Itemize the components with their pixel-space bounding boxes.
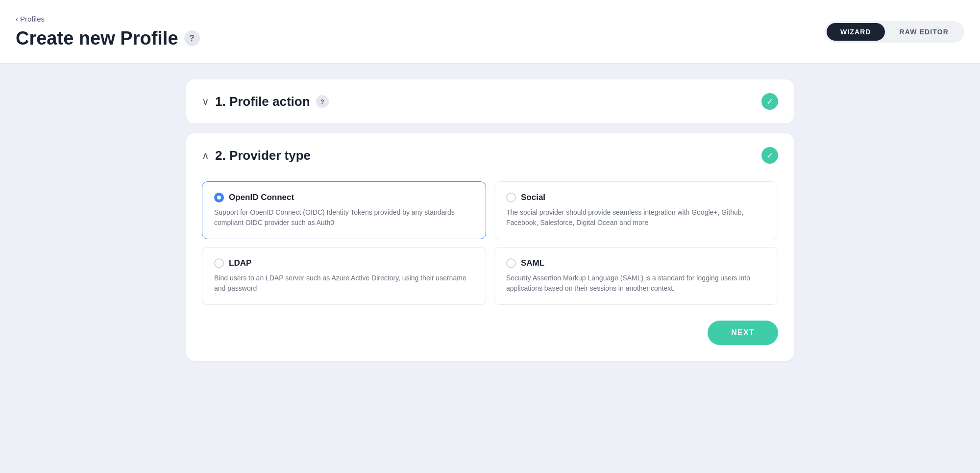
profile-action-chevron: ∨ (202, 96, 209, 107)
provider-social-radio[interactable] (506, 193, 516, 202)
provider-grid: OpenID Connect Support for OpenID Connec… (186, 177, 794, 321)
provider-ldap-card[interactable]: LDAP Bind users to an LDAP server such a… (202, 247, 486, 305)
provider-ldap-name: LDAP (229, 258, 251, 268)
profile-action-header[interactable]: ∨ 1. Profile action ? ✓ (186, 79, 794, 124)
provider-saml-header: SAML (506, 258, 766, 268)
provider-openid-desc: Support for OpenID Connect (OIDC) Identi… (214, 207, 474, 228)
provider-saml-radio[interactable] (506, 258, 516, 268)
provider-saml-name: SAML (521, 258, 544, 268)
provider-ldap-desc: Bind users to an LDAP server such as Azu… (214, 273, 474, 294)
provider-type-section: ∧ 2. Provider type ✓ OpenID Connect Supp… (186, 133, 794, 361)
provider-social-header: Social (506, 193, 766, 202)
back-chevron: ‹ (16, 15, 18, 23)
header-left: ‹ Profiles Create new Profile ? (16, 15, 200, 49)
view-toggle: WIZARD RAW EDITOR (825, 21, 964, 43)
profile-action-help-icon[interactable]: ? (316, 95, 329, 108)
provider-saml-desc: Security Assertion Markup Language (SAML… (506, 273, 766, 294)
provider-type-header[interactable]: ∧ 2. Provider type ✓ (186, 133, 794, 177)
provider-type-title-row: ∧ 2. Provider type (202, 148, 311, 163)
wizard-button[interactable]: WIZARD (827, 23, 885, 41)
back-label: Profiles (20, 15, 45, 23)
page-header: ‹ Profiles Create new Profile ? WIZARD R… (0, 0, 980, 64)
profile-action-check: ✓ (761, 93, 778, 110)
provider-social-desc: The social provider should provide seaml… (506, 207, 766, 228)
profile-action-section: ∨ 1. Profile action ? ✓ (186, 79, 794, 124)
provider-type-check: ✓ (761, 147, 778, 164)
main-content: ∨ 1. Profile action ? ✓ ∧ 2. Provider ty… (147, 64, 833, 386)
provider-ldap-radio[interactable] (214, 258, 224, 268)
page-title-container: Create new Profile ? (16, 28, 200, 49)
provider-saml-card[interactable]: SAML Security Assertion Markup Language … (494, 247, 778, 305)
provider-openid-name: OpenID Connect (229, 193, 294, 202)
page-title: Create new Profile (16, 28, 178, 49)
page-help-icon[interactable]: ? (184, 30, 200, 46)
bottom-row: NEXT (186, 321, 794, 361)
raw-editor-button[interactable]: RAW EDITOR (886, 23, 962, 41)
provider-openid-card[interactable]: OpenID Connect Support for OpenID Connec… (202, 181, 486, 239)
provider-openid-radio[interactable] (214, 193, 224, 202)
back-link[interactable]: ‹ Profiles (16, 15, 45, 23)
profile-action-title-row: ∨ 1. Profile action ? (202, 94, 329, 109)
provider-social-name: Social (521, 193, 545, 202)
provider-type-chevron: ∧ (202, 149, 209, 161)
profile-action-title: 1. Profile action (215, 94, 310, 109)
provider-openid-header: OpenID Connect (214, 193, 474, 202)
provider-type-title: 2. Provider type (215, 148, 311, 163)
next-button[interactable]: NEXT (708, 321, 778, 345)
provider-social-card[interactable]: Social The social provider should provid… (494, 181, 778, 239)
provider-ldap-header: LDAP (214, 258, 474, 268)
